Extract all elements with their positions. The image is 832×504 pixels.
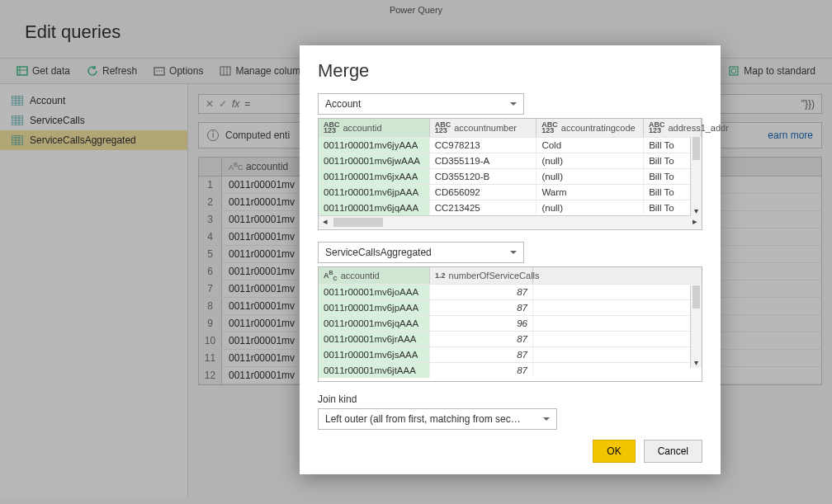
dialog-title: Merge <box>318 60 702 82</box>
ok-button[interactable]: OK <box>593 440 635 463</box>
table-row[interactable]: 0011r00001mv6joAAA87 <box>319 284 702 299</box>
chevron-down-icon <box>543 417 550 424</box>
table-row[interactable]: 0011r00001mv6jrAAA87 <box>319 331 702 346</box>
table1-preview-grid[interactable]: ABC123accountidABC123accountnumberABC123… <box>318 118 702 230</box>
table-row[interactable]: 0011r00001mv6jqAAA96 <box>319 315 702 331</box>
table-row[interactable]: 0011r00001mv6jxAAACD355120-B(null)Bill T… <box>319 168 702 184</box>
source-table1-value: Account <box>325 98 361 110</box>
source-table1-dropdown[interactable]: Account <box>318 93 524 115</box>
chevron-down-icon <box>510 251 517 257</box>
chevron-down-icon <box>510 102 517 109</box>
table2-preview-grid[interactable]: ABCaccountid1.2numberOfServiceCalls 0011… <box>318 266 702 382</box>
column-header[interactable]: 1.2numberOfServiceCalls <box>430 267 533 284</box>
column-header[interactable]: ABC123accountnumber <box>430 119 537 137</box>
source-table2-value: ServiceCallsAggregated <box>325 247 432 258</box>
column-header[interactable]: ABC123accountratingcode <box>537 119 644 137</box>
table-row[interactable]: 0011r00001mv6jpAAACD656092WarmBill To <box>319 184 702 200</box>
cancel-button[interactable]: Cancel <box>644 440 702 463</box>
horizontal-scrollbar[interactable]: ◂▸ <box>319 215 702 228</box>
table-row[interactable]: 0011r00001mv6jpAAA87 <box>319 299 702 315</box>
column-header[interactable]: ABC123accountid <box>319 119 430 137</box>
join-kind-value: Left outer (all from first, matching fro… <box>325 413 521 425</box>
vertical-scrollbar[interactable]: ▾ <box>690 285 702 368</box>
table-row[interactable]: 0011r00001mv6jwAAACD355119-A(null)Bill T… <box>319 153 702 168</box>
vertical-scrollbar[interactable]: ▾ <box>690 137 702 216</box>
source-table2-dropdown[interactable]: ServiceCallsAggregated <box>318 242 524 263</box>
table-row[interactable]: 0011r00001mv6jtAAA87 <box>319 362 702 378</box>
join-kind-label: Join kind <box>318 393 702 405</box>
table-row[interactable]: 0011r00001mv6jyAAACC978213ColdBill To <box>319 137 702 153</box>
column-header[interactable]: ABCaccountid <box>319 267 430 284</box>
table-row[interactable]: 0011r00001mv6jsAAA87 <box>319 346 702 362</box>
join-kind-dropdown[interactable]: Left outer (all from first, matching fro… <box>318 408 557 430</box>
table-row[interactable]: 0011r00001mv6jqAAACC213425(null)Bill To <box>319 200 702 215</box>
column-header[interactable]: ABC123address1_addr <box>644 119 702 137</box>
merge-dialog: Merge Account ABC123accountidABC123accou… <box>300 45 721 474</box>
